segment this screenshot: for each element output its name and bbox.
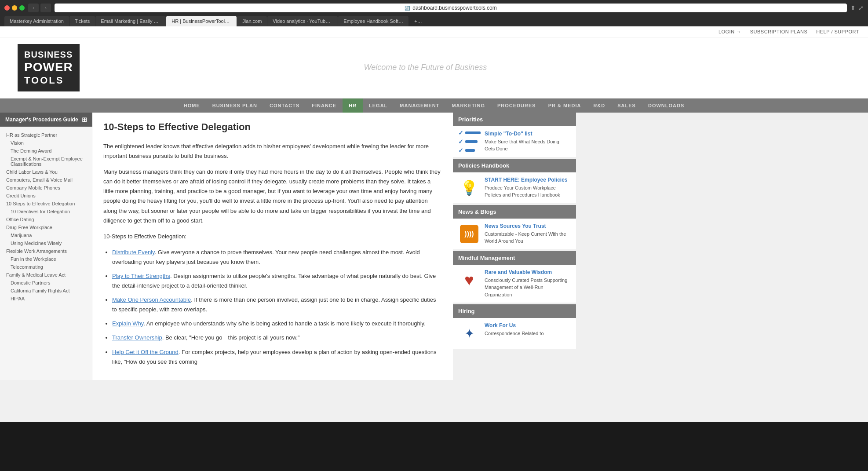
nav-item-legal[interactable]: LEGAL: [363, 99, 394, 113]
browser-tab[interactable]: Masterkey Administration: [4, 16, 69, 26]
widget-policies: Policies Handbook💡START HERE: Employee P…: [453, 159, 576, 203]
widget-title: START HERE: Employee Policies: [485, 177, 571, 183]
nav-item-procedures[interactable]: PROCEDURES: [491, 99, 542, 113]
mindful-icon: ♥: [458, 269, 480, 291]
nav-item-contacts[interactable]: CONTACTS: [263, 99, 306, 113]
step-link[interactable]: Distribute Evenly: [112, 249, 155, 256]
sidebar-link[interactable]: Drug-Free Workplace: [4, 224, 92, 230]
nav-item-r-d[interactable]: R&D: [587, 99, 611, 113]
browser-tab[interactable]: Email Marketing | Easily create smart ma…: [95, 16, 166, 26]
step-link[interactable]: Explain Why: [112, 320, 143, 327]
widget-body[interactable]: ))))News Sources You TrustCustomizable -…: [453, 219, 576, 249]
list-item: Distribute Evenly. Give everyone a chanc…: [112, 248, 442, 267]
list-item: 10 Directives for Delegation: [0, 208, 92, 215]
bulb-icon: 💡: [460, 179, 478, 196]
address-bar[interactable]: 🔄 dashboard.businesspowertools.com: [55, 4, 847, 12]
step-link[interactable]: Help Get it Off the Ground: [112, 349, 179, 355]
sidebar-link[interactable]: Flexible Work Arrangements: [4, 248, 92, 254]
nav-item-finance[interactable]: FINANCE: [306, 99, 343, 113]
nav-item-management[interactable]: MANAGEMENT: [394, 99, 445, 113]
sidebar-link[interactable]: Exempt & Non-Exempt Employee Classificat…: [9, 156, 92, 167]
list-item: Exempt & Non-Exempt Employee Classificat…: [0, 155, 92, 168]
sidebar: HR as Strategic PartnerVisionThe Deming …: [0, 127, 92, 380]
widget-body[interactable]: 💡START HERE: Employee PoliciesProduce Yo…: [453, 172, 576, 203]
fullscreen-button[interactable]: ⤢: [858, 4, 864, 11]
page-title: 10-Steps to Effective Delegation: [103, 121, 442, 133]
sidebar-link[interactable]: 10 Steps to Effective Delegation: [4, 201, 92, 207]
widget-body[interactable]: ✦Work For UsCorrespondence Related to: [453, 318, 576, 349]
sidebar-title-text: Manager's Procedures Guide: [5, 117, 78, 123]
tagline: Welcome to the Future of Business: [80, 63, 771, 72]
sidebar-link[interactable]: Telecommuting: [9, 264, 92, 270]
widget-body[interactable]: ♥Rare and Valuable WisdomConsciously Cur…: [453, 265, 576, 303]
widget-header: News & Blogs: [453, 205, 576, 219]
sidebar-link[interactable]: Marijuana: [9, 232, 92, 238]
sidebar-link[interactable]: Child Labor Laws & You: [4, 169, 92, 175]
sidebar-link[interactable]: Vision: [9, 140, 92, 146]
step-link[interactable]: Make One Person Accountable: [112, 296, 191, 303]
news-icon: )))): [458, 223, 480, 245]
nav-item-marketing[interactable]: MARKETING: [445, 99, 491, 113]
left-sidebar-panel: Manager's Procedures Guide ⊞ HR as Strat…: [0, 113, 92, 380]
list-item: Family & Medical Leave Act: [0, 271, 92, 279]
nav-item-business-plan[interactable]: BUSINESS PLAN: [206, 99, 263, 113]
help-link[interactable]: HELP / SUPPORT: [816, 29, 859, 34]
sidebar-link[interactable]: Domestic Partners: [9, 280, 92, 286]
back-button[interactable]: ‹: [28, 4, 39, 12]
browser-tab[interactable]: HR | BusinessPowerTools.com: [166, 16, 237, 26]
sidebar-link[interactable]: Fun in the Workplace: [9, 256, 92, 262]
logo[interactable]: BUSINESS POWER TOOLS: [18, 44, 80, 91]
main-content: 10-Steps to Effective Delegation The enl…: [92, 113, 453, 380]
expand-icon[interactable]: ⊞: [82, 116, 87, 123]
nav-item-sales[interactable]: SALES: [611, 99, 642, 113]
browser-tab[interactable]: Jian.com: [237, 16, 267, 26]
browser-actions: ⬆ ⤢: [850, 4, 864, 11]
step-link[interactable]: Transfer Ownership: [112, 334, 162, 341]
hiring-icon: ✦: [458, 322, 480, 344]
sidebar-title: Manager's Procedures Guide ⊞: [0, 113, 92, 127]
widget-description: Produce Your Custom Workplace Policies a…: [485, 184, 571, 199]
subscription-link[interactable]: SUBSCRIPTION PLANS: [750, 29, 808, 34]
sidebar-link[interactable]: Credit Unions: [4, 193, 92, 199]
sidebar-link[interactable]: HR as Strategic Partner: [4, 132, 92, 138]
nav-item-home[interactable]: HOME: [178, 99, 206, 113]
sidebar-link[interactable]: Office Dating: [4, 216, 92, 223]
nav-item-pr---media[interactable]: PR & MEDIA: [542, 99, 587, 113]
sidebar-link[interactable]: 10 Directives for Delegation: [9, 208, 92, 215]
forward-button[interactable]: ›: [40, 4, 51, 12]
browser-tab[interactable]: Tickets: [69, 16, 95, 26]
nav-item-hr[interactable]: HR: [343, 99, 363, 113]
nav-item-downloads[interactable]: DOWNLOADS: [642, 99, 690, 113]
url-text: dashboard.businesspowertools.com: [412, 5, 496, 11]
close-button[interactable]: [4, 5, 10, 11]
browser-tab[interactable]: Employee Handbook Software Template 20..…: [338, 16, 408, 26]
minimize-button[interactable]: [12, 5, 17, 11]
list-item: Help Get it Off the Ground. For complex …: [112, 347, 442, 367]
sidebar-link[interactable]: Company Mobile Phones: [4, 185, 92, 191]
widget-description: Consciously Curated Posts Supporting Man…: [485, 277, 571, 299]
add-tab-button[interactable]: +: [409, 16, 422, 26]
list-item: Transfer Ownership. Be clear, "Here you …: [112, 333, 442, 343]
logo-line1: BUSINESS: [24, 49, 73, 60]
sidebar-link[interactable]: HIPAA: [9, 296, 92, 302]
sidebar-link[interactable]: California Family Rights Act: [9, 288, 92, 294]
sidebar-link[interactable]: Family & Medical Leave Act: [4, 272, 92, 278]
share-button[interactable]: ⬆: [850, 4, 856, 11]
widget-header: Mindful Management: [453, 251, 576, 265]
list-item: The Deming Award: [0, 147, 92, 155]
browser-tab[interactable]: Video analytics · YouTube Studio: [267, 16, 338, 26]
widget-body[interactable]: ✓ ✓ ✓ Simple "To-Do" listMake Sure that …: [453, 126, 576, 157]
steps-intro: 10-Steps to Effective Delegation:: [103, 232, 442, 241]
login-link[interactable]: LOGIN →: [718, 29, 741, 34]
traffic-lights: [4, 5, 25, 11]
sidebar-link[interactable]: Using Medicines Wisely: [9, 240, 92, 246]
sidebar-link[interactable]: The Deming Award: [9, 148, 92, 154]
widget-text: Simple "To-Do" listMake Sure that What N…: [485, 131, 571, 153]
widget-mindful: Mindful Management♥Rare and Valuable Wis…: [453, 251, 576, 303]
widget-title: Work For Us: [485, 322, 544, 329]
sidebar-link[interactable]: Computers, Email & Voice Mail: [4, 177, 92, 183]
maximize-button[interactable]: [19, 5, 25, 11]
step-link[interactable]: Play to Their Strengths: [112, 273, 170, 279]
intro-paragraph-2: Many business managers think they can do…: [103, 167, 442, 226]
list-item: Company Mobile Phones: [0, 184, 92, 192]
